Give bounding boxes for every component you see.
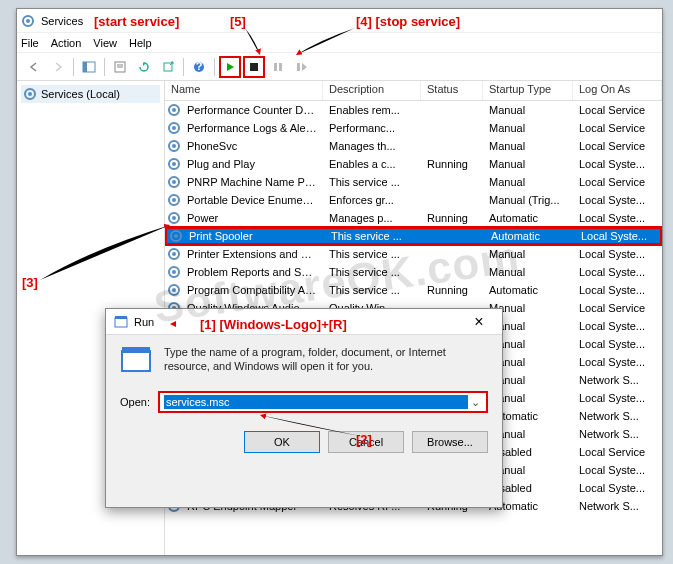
service-desc: This service ... xyxy=(323,176,421,188)
service-logon: Local Syste... xyxy=(573,212,662,224)
chevron-down-icon[interactable]: ⌄ xyxy=(468,396,482,409)
stop-service-button[interactable] xyxy=(243,56,265,78)
service-icon xyxy=(167,283,181,297)
ok-button[interactable]: OK xyxy=(244,431,320,453)
service-logon: Local Syste... xyxy=(575,230,660,242)
service-desc: Enforces gr... xyxy=(323,194,421,206)
service-row[interactable]: Plug and PlayEnables a c...RunningManual… xyxy=(165,155,662,173)
svg-rect-14 xyxy=(279,63,282,71)
service-icon xyxy=(167,193,181,207)
sidebar-item-services-local[interactable]: Services (Local) xyxy=(21,85,160,103)
service-name: Plug and Play xyxy=(181,158,323,170)
col-description[interactable]: Description xyxy=(323,81,421,100)
service-row[interactable]: Portable Device Enumerator...Enforces gr… xyxy=(165,191,662,209)
service-logon: Network S... xyxy=(573,500,662,512)
service-logon: Local Syste... xyxy=(573,482,662,494)
service-logon: Local Syste... xyxy=(573,266,662,278)
service-row[interactable]: PhoneSvcManages th...ManualLocal Service xyxy=(165,137,662,155)
service-row[interactable]: PowerManages p...RunningAutomaticLocal S… xyxy=(165,209,662,227)
service-row[interactable]: Printer Extensions and Notif...This serv… xyxy=(165,245,662,263)
service-status: Running xyxy=(421,212,483,224)
help-button[interactable]: ? xyxy=(188,56,210,78)
export-button[interactable] xyxy=(157,56,179,78)
service-logon: Local Syste... xyxy=(573,338,662,350)
service-logon: Local Service xyxy=(573,302,662,314)
service-status: Running xyxy=(421,158,483,170)
service-name: PNRP Machine Name Publi... xyxy=(181,176,323,188)
service-row[interactable]: Program Compatibility Assi...This servic… xyxy=(165,281,662,299)
service-desc: Manages p... xyxy=(323,212,421,224)
col-name[interactable]: Name xyxy=(165,81,323,100)
svg-rect-12 xyxy=(250,63,258,71)
service-icon xyxy=(169,229,183,243)
service-row[interactable]: PNRP Machine Name Publi...This service .… xyxy=(165,173,662,191)
col-startup-type[interactable]: Startup Type xyxy=(483,81,573,100)
start-service-button[interactable] xyxy=(219,56,241,78)
service-icon xyxy=(167,265,181,279)
close-button[interactable]: × xyxy=(464,313,494,331)
service-desc: Manages th... xyxy=(323,140,421,152)
properties-button[interactable] xyxy=(109,56,131,78)
nav-fwd-button[interactable] xyxy=(47,56,69,78)
service-logon: Network S... xyxy=(573,410,662,422)
service-logon: Local Service xyxy=(573,122,662,134)
anno-3: [3] xyxy=(22,275,38,290)
service-status: Running xyxy=(421,284,483,296)
service-startup: Automatic xyxy=(483,284,573,296)
separator xyxy=(104,58,105,76)
service-startup: Manual xyxy=(483,266,573,278)
service-logon: Local Service xyxy=(573,140,662,152)
refresh-button[interactable] xyxy=(133,56,155,78)
run-dialog: Run × Type the name of a program, folder… xyxy=(105,308,503,508)
service-logon: Local Syste... xyxy=(573,464,662,476)
service-name: Program Compatibility Assi... xyxy=(181,284,323,296)
open-combobox[interactable]: ⌄ xyxy=(158,391,488,413)
anno-stop-service: [4] [stop service] xyxy=(356,14,460,29)
service-startup: Manual xyxy=(483,140,573,152)
column-headers: Name Description Status Startup Type Log… xyxy=(165,81,662,101)
service-logon: Network S... xyxy=(573,428,662,440)
anno-5: [5] xyxy=(230,14,246,29)
browse-button[interactable]: Browse... xyxy=(412,431,488,453)
service-icon xyxy=(167,103,181,117)
svg-rect-15 xyxy=(297,63,300,71)
service-icon xyxy=(167,139,181,153)
run-description: Type the name of a program, folder, docu… xyxy=(164,345,488,377)
service-icon xyxy=(167,247,181,261)
service-icon xyxy=(167,175,181,189)
service-logon: Local Service xyxy=(573,176,662,188)
service-name: Portable Device Enumerator... xyxy=(181,194,323,206)
service-row[interactable]: Print SpoolerThis service ...AutomaticLo… xyxy=(165,227,662,245)
toolbar: ? xyxy=(17,53,662,81)
service-startup: Manual xyxy=(483,122,573,134)
pause-service-button[interactable] xyxy=(267,56,289,78)
service-startup: Manual xyxy=(483,248,573,260)
svg-text:?: ? xyxy=(196,61,203,72)
service-row[interactable]: Performance Counter DLL ...Enables rem..… xyxy=(165,101,662,119)
svg-rect-13 xyxy=(274,63,277,71)
service-row[interactable]: Problem Reports and Soluti...This servic… xyxy=(165,263,662,281)
menu-view[interactable]: View xyxy=(93,37,117,49)
window-title: Services xyxy=(41,15,83,27)
service-startup: Manual (Trig... xyxy=(483,194,573,206)
service-startup: Manual xyxy=(483,104,573,116)
service-logon: Local Syste... xyxy=(573,248,662,260)
service-startup: Manual xyxy=(483,158,573,170)
col-status[interactable]: Status xyxy=(421,81,483,100)
menu-file[interactable]: File xyxy=(21,37,39,49)
service-logon: Network S... xyxy=(573,374,662,386)
svg-rect-17 xyxy=(115,316,127,319)
service-name: PhoneSvc xyxy=(181,140,323,152)
sidebar-item-label: Services (Local) xyxy=(41,88,120,100)
show-hide-tree-button[interactable] xyxy=(78,56,100,78)
service-desc: Performanc... xyxy=(323,122,421,134)
col-logon-as[interactable]: Log On As xyxy=(573,81,662,100)
menu-action[interactable]: Action xyxy=(51,37,82,49)
restart-service-button[interactable] xyxy=(291,56,313,78)
open-input[interactable] xyxy=(164,395,468,409)
nav-back-button[interactable] xyxy=(23,56,45,78)
service-row[interactable]: Performance Logs & AlertsPerformanc...Ma… xyxy=(165,119,662,137)
service-logon: Local Syste... xyxy=(573,320,662,332)
service-logon: Local Syste... xyxy=(573,392,662,404)
menu-help[interactable]: Help xyxy=(129,37,152,49)
